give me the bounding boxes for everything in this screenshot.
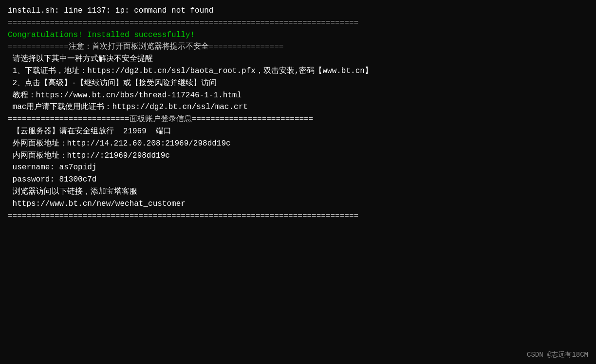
sep2: ==========================面板账户登录信息======…	[8, 113, 588, 126]
branding-label: CSDN @志远有18CM	[527, 350, 588, 359]
outer: 外网面板地址：http://14.212.60.208:21969/298dd1…	[8, 138, 588, 150]
terminal-window: install.sh: line 1137: ip: command not f…	[8, 5, 588, 359]
tip0: 请选择以下其中一种方式解决不安全提醒	[8, 53, 588, 65]
password: password: 81300c7d	[8, 174, 588, 186]
sep1: ========================================…	[8, 17, 588, 29]
congrats: Congratulations! Installed successfully!	[8, 29, 588, 41]
sep3: ========================================…	[8, 210, 588, 222]
error-line: install.sh: line 1137: ip: command not f…	[8, 5, 588, 17]
link: https://www.bt.cn/new/wechat_customer	[8, 198, 588, 210]
browser: 浏览器访问以下链接，添加宝塔客服	[8, 186, 588, 198]
cloud: 【云服务器】请在安全组放行 21969 端口	[8, 126, 588, 138]
notice: =============注意：首次打开面板浏览器将提示不安全=========…	[8, 41, 588, 53]
tip4: mac用户请下载使用此证书：https://dg2.bt.cn/ssl/mac.…	[8, 101, 588, 113]
inner: 内网面板地址：http://:21969/298dd19c	[8, 150, 588, 162]
tip2: 2、点击【高级】-【继续访问】或【接受风险并继续】访问	[8, 77, 588, 90]
tip3: 教程：https://www.bt.cn/bbs/thread-117246-1…	[8, 90, 588, 102]
username: username: as7opidj	[8, 162, 588, 174]
tip1: 1、下载证书，地址：https://dg2.bt.cn/ssl/baota_ro…	[8, 65, 588, 77]
